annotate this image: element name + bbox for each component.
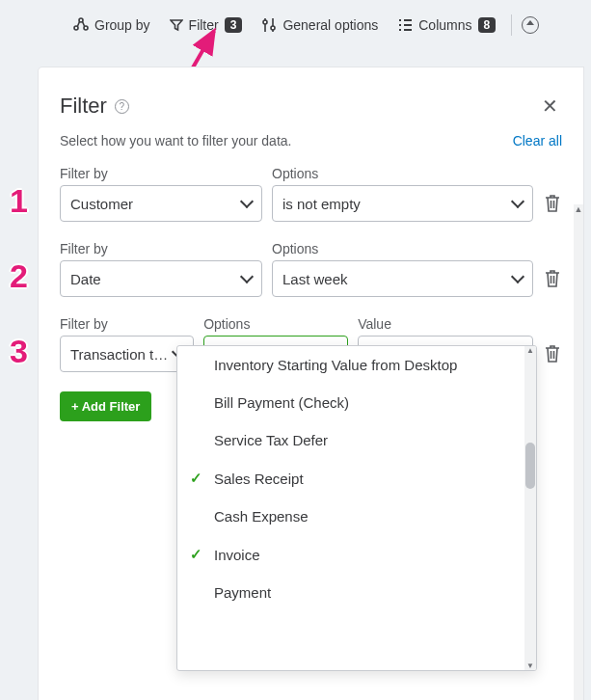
step-badge-2: 2 bbox=[10, 257, 28, 295]
dropdown-item-label: Payment bbox=[214, 584, 271, 601]
dropdown-item-label: Invoice bbox=[214, 547, 260, 563]
dropdown-item-label: Service Tax Defer bbox=[214, 432, 328, 448]
dropdown-scrollbar[interactable]: ▲ ▼ bbox=[524, 346, 536, 670]
dropdown-item[interactable]: ✓Invoice bbox=[177, 535, 524, 574]
check-icon: ✓ bbox=[187, 470, 204, 487]
filter-label: Filter bbox=[189, 17, 219, 33]
group-by-icon bbox=[73, 17, 89, 33]
columns-icon bbox=[397, 17, 413, 33]
options-label: Options bbox=[272, 241, 533, 256]
dropdown-item[interactable]: ✓Sales Receipt bbox=[177, 459, 524, 498]
row3-filter-by-select[interactable]: Transaction t… bbox=[60, 336, 194, 372]
chevron-down-icon bbox=[242, 276, 252, 282]
filter-by-label: Filter by bbox=[60, 166, 262, 181]
delete-row3-icon[interactable] bbox=[543, 343, 562, 364]
columns-count-badge: 8 bbox=[478, 17, 497, 33]
dropdown-item-label: Cash Expense bbox=[214, 508, 309, 525]
sliders-icon bbox=[261, 17, 277, 33]
add-filter-button[interactable]: + Add Filter bbox=[60, 391, 151, 421]
scroll-up-arrow[interactable]: ▲ bbox=[574, 204, 583, 214]
row1-options-select[interactable]: is not empty bbox=[272, 185, 533, 222]
options-label: Options bbox=[272, 166, 533, 181]
delete-row1-icon[interactable] bbox=[543, 193, 562, 214]
dropdown-item[interactable]: Cash Expense bbox=[177, 498, 524, 535]
row1-filter-by-value: Customer bbox=[70, 196, 133, 212]
step-badge-1: 1 bbox=[10, 182, 28, 220]
row2-filter-by-select[interactable]: Date bbox=[60, 260, 262, 297]
row2-option-value: Last week bbox=[282, 271, 348, 287]
general-options-label: General options bbox=[282, 17, 378, 33]
panel-title: Filter ? bbox=[60, 94, 129, 119]
svg-point-1 bbox=[74, 26, 78, 30]
panel-subtitle: Select how you want to filter your data. bbox=[60, 133, 291, 148]
dropdown-item-label: Sales Receipt bbox=[214, 471, 304, 487]
dropdown-scroll-thumb[interactable] bbox=[525, 443, 535, 489]
dropdown-item[interactable]: Service Tax Defer bbox=[177, 421, 524, 459]
clear-all-link[interactable]: Clear all bbox=[513, 133, 562, 148]
toolbar-separator bbox=[511, 14, 512, 36]
check-icon: ✓ bbox=[187, 546, 204, 563]
row2-options-select[interactable]: Last week bbox=[272, 260, 533, 297]
filter-button[interactable]: Filter 3 bbox=[164, 13, 249, 37]
group-by-label: Group by bbox=[94, 17, 150, 33]
chevron-down-icon bbox=[242, 201, 252, 206]
panel-scrollbar[interactable]: ▲ ▼ bbox=[574, 204, 583, 700]
value-label: Value bbox=[358, 316, 533, 332]
columns-label: Columns bbox=[418, 17, 471, 33]
group-by-button[interactable]: Group by bbox=[67, 13, 156, 37]
close-icon[interactable]: ✕ bbox=[538, 91, 562, 121]
filter-by-label: Filter by bbox=[60, 316, 194, 332]
options-label: Options bbox=[203, 316, 348, 332]
step-badge-3: 3 bbox=[10, 333, 28, 370]
help-icon[interactable]: ? bbox=[115, 99, 129, 114]
filter-icon bbox=[170, 18, 183, 32]
chevron-down-icon bbox=[513, 276, 523, 282]
panel-title-text: Filter bbox=[60, 94, 107, 119]
row3-filter-by-value: Transaction t… bbox=[70, 346, 168, 363]
expand-up-button[interactable] bbox=[522, 16, 539, 34]
dropdown-item-label: Bill Payment (Check) bbox=[214, 394, 349, 411]
svg-point-4 bbox=[271, 26, 275, 30]
columns-button[interactable]: Columns 8 bbox=[391, 13, 501, 37]
svg-point-2 bbox=[84, 26, 88, 30]
delete-row2-icon[interactable] bbox=[543, 268, 562, 289]
dropdown-item[interactable]: Payment bbox=[177, 574, 524, 611]
chevron-down-icon bbox=[513, 201, 523, 206]
dropdown-item[interactable]: Inventory Starting Value from Desktop bbox=[177, 346, 524, 384]
filter-count-badge: 3 bbox=[225, 17, 243, 33]
svg-point-3 bbox=[263, 20, 267, 24]
svg-point-0 bbox=[79, 18, 83, 22]
row1-filter-by-select[interactable]: Customer bbox=[60, 185, 262, 222]
filter-by-label: Filter by bbox=[60, 241, 262, 256]
value-dropdown: Inventory Starting Value from DesktopBil… bbox=[176, 345, 537, 671]
row1-option-value: is not empty bbox=[282, 196, 361, 212]
dropdown-item[interactable]: Bill Payment (Check) bbox=[177, 384, 524, 421]
general-options-button[interactable]: General options bbox=[255, 13, 384, 37]
dropdown-item-label: Inventory Starting Value from Desktop bbox=[214, 357, 457, 373]
row2-filter-by-value: Date bbox=[70, 271, 101, 287]
